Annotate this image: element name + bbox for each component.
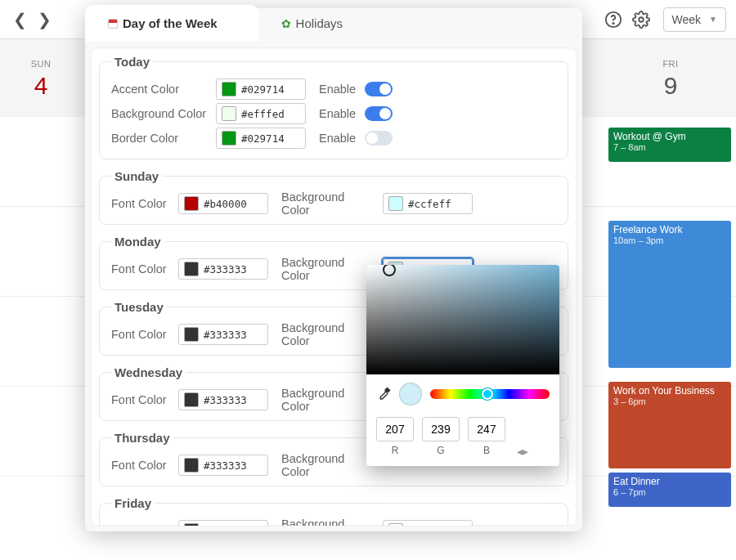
svg-point-1: [613, 22, 613, 23]
label: Background Color: [276, 517, 375, 526]
hex-value: #029714: [241, 83, 285, 96]
swatch: [222, 131, 236, 146]
legend: Tuesday: [111, 300, 167, 314]
label: Font Color: [111, 328, 170, 341]
event[interactable]: Workout @ Gym 7 – 8am: [608, 128, 731, 162]
day-number: 4: [34, 72, 48, 100]
label: Font Color: [111, 393, 170, 406]
color-preview: [399, 383, 422, 405]
color-input-bg[interactable]: #ccfeff: [383, 193, 473, 214]
event-time: 10am – 3pm: [613, 235, 726, 245]
event[interactable]: Work on Your Business 3 – 6pm: [608, 382, 731, 468]
eyedropper-icon[interactable]: [376, 387, 391, 401]
day-col-fri: FRI 9: [605, 39, 736, 117]
swatch: [388, 196, 403, 211]
event-time: 6 – 7pm: [613, 487, 726, 497]
color-input-font[interactable]: #333333: [178, 258, 268, 280]
label: Border Color: [111, 132, 208, 145]
label: Background Color: [276, 387, 375, 413]
prev-button[interactable]: ❮: [10, 10, 29, 29]
label: Background Color: [111, 107, 208, 120]
hex-value: #333333: [204, 459, 247, 472]
g-input[interactable]: [422, 417, 460, 441]
swatch: [184, 262, 199, 276]
label: Background Color: [276, 190, 375, 217]
toggle-background-enable[interactable]: [365, 106, 393, 121]
hex-value: #333333: [204, 263, 247, 276]
hex-value: #029714: [241, 132, 285, 145]
tab-day-of-week[interactable]: Day of the Week: [85, 5, 258, 42]
color-input-font[interactable]: #b40000: [178, 193, 268, 214]
swatch: [184, 196, 199, 211]
label: Background Color: [276, 256, 375, 282]
event-title: Workout @ Gym: [613, 131, 726, 142]
legend: Wednesday: [111, 365, 186, 379]
mode-toggle-icon[interactable]: ◂▸: [514, 445, 550, 458]
color-input-font[interactable]: #333333: [178, 324, 268, 345]
label: Background Color: [276, 452, 375, 478]
group-sunday: Sunday Font Color #b40000 Background Col…: [99, 169, 568, 225]
event[interactable]: Eat Dinner 6 – 7pm: [608, 473, 731, 507]
svg-point-2: [639, 17, 644, 22]
group-today: Today Accent Color #029714 Enable Backgr…: [99, 55, 568, 159]
color-input-font[interactable]: #333333: [178, 455, 268, 476]
hex-value: #efffed: [241, 108, 285, 120]
event-time: 3 – 6pm: [613, 396, 726, 406]
help-icon[interactable]: [599, 6, 627, 34]
enable-label: Enable: [314, 83, 357, 96]
enable-label: Enable: [314, 132, 357, 145]
dow-label: FRI: [662, 59, 678, 69]
view-select[interactable]: Week ▼: [663, 7, 726, 32]
group-friday: Friday Font Color #333333 Background Col…: [99, 496, 568, 526]
hue-slider[interactable]: [430, 389, 550, 399]
color-input-bg[interactable]: #ffffff: [383, 520, 473, 526]
color-input-font[interactable]: #333333: [178, 520, 268, 526]
event-title: Freelance Work: [613, 224, 726, 235]
dow-label: SUN: [31, 59, 52, 69]
r-label: R: [376, 445, 414, 458]
gear-icon[interactable]: [627, 6, 655, 34]
r-input[interactable]: [376, 417, 414, 441]
tree-icon: ✿: [281, 17, 291, 30]
swatch: [184, 327, 199, 342]
color-picker: R G B ◂▸: [366, 265, 559, 466]
label: Font Color: [111, 459, 170, 472]
next-button[interactable]: ❯: [34, 10, 54, 29]
label: Font Color: [111, 262, 170, 276]
hex-value: #333333: [204, 329, 247, 341]
sv-cursor-icon[interactable]: [383, 265, 396, 276]
legend: Sunday: [111, 169, 162, 183]
hex-value: #b40000: [204, 198, 247, 210]
modal-tabs: Day of the Week ✿ Holidays: [85, 5, 384, 42]
b-input[interactable]: [468, 417, 505, 441]
swatch: [222, 82, 236, 96]
color-input-font[interactable]: #333333: [178, 389, 268, 410]
sv-panel[interactable]: [366, 265, 559, 374]
swatch: [222, 106, 236, 121]
chevron-down-icon: ▼: [709, 15, 717, 24]
tab-label: Day of the Week: [123, 16, 218, 30]
color-input-border[interactable]: #029714: [216, 128, 306, 149]
toggle-accent-enable[interactable]: [365, 82, 393, 96]
hue-cursor-icon[interactable]: [481, 388, 494, 401]
calendar-icon: [108, 19, 118, 29]
enable-label: Enable: [314, 107, 357, 120]
view-select-label: Week: [672, 13, 702, 26]
toggle-border-enable[interactable]: [365, 131, 393, 146]
tab-holidays[interactable]: ✿ Holidays: [258, 5, 384, 42]
hex-value: #333333: [204, 525, 247, 527]
legend: Friday: [111, 496, 155, 510]
event-title: Work on Your Business: [613, 385, 726, 396]
label: Font Color: [111, 197, 170, 210]
event[interactable]: Freelance Work 10am – 3pm: [608, 221, 731, 368]
label: Font Color: [111, 524, 170, 526]
legend: Monday: [111, 235, 164, 249]
color-input-accent[interactable]: #029714: [216, 78, 306, 100]
label: Accent Color: [111, 83, 208, 96]
swatch: [184, 523, 199, 526]
swatch: [184, 392, 199, 407]
label: Background Color: [276, 321, 375, 347]
day-col-sun: SUN 4: [0, 39, 82, 117]
color-input-background[interactable]: #efffed: [216, 103, 306, 124]
day-number: 9: [664, 72, 678, 100]
